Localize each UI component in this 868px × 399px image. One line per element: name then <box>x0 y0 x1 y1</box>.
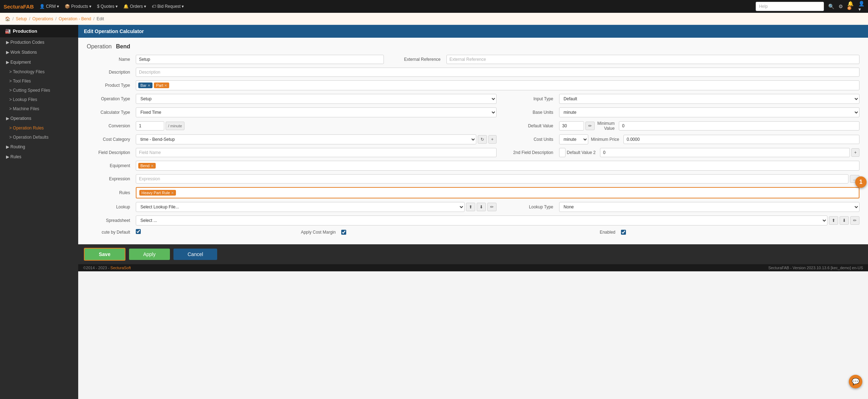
sidebar-item-operation-defaults[interactable]: > Operation Defaults <box>0 133 78 142</box>
brand-part1: Sectura <box>4 4 23 10</box>
nav-bid-request[interactable]: 🏷 Bid Request ▾ <box>152 4 184 9</box>
min-value-input[interactable] <box>619 121 859 131</box>
apply-cost-label: Apply Cost Margin <box>282 230 338 235</box>
op-type-select[interactable]: Setup <box>136 94 497 104</box>
conversion-input[interactable] <box>136 121 164 131</box>
spreadsheet-download-button[interactable]: ⬇ <box>840 216 849 225</box>
sidebar-item-production-codes[interactable]: ▶ Production Codes <box>0 37 78 47</box>
search-icon[interactable]: 🔍 <box>828 4 834 9</box>
rules-input[interactable]: Heavy Part Rule ✕ <box>136 187 859 198</box>
nav-orders[interactable]: 🔔 Orders ▾ <box>123 4 146 9</box>
default-value-input[interactable] <box>559 121 584 131</box>
spreadsheet-upload-button[interactable]: ⬆ <box>829 216 838 225</box>
lookup-upload-button[interactable]: ⬆ <box>466 203 475 211</box>
lookup-label: Lookup <box>87 204 133 209</box>
rules-label: Rules <box>87 190 133 195</box>
calc-type-row: Calculator Type Fixed Time Base Units mi… <box>87 107 859 117</box>
input-type-label: Input Type <box>499 96 556 101</box>
product-type-input[interactable]: Bar ✕ Part ✕ <box>136 80 859 90</box>
cancel-button[interactable]: Cancel <box>173 249 218 260</box>
base-units-select[interactable]: minute <box>559 107 859 117</box>
sidebar-item-rules[interactable]: ▶ Rules <box>0 152 78 162</box>
calc-type-select[interactable]: Fixed Time <box>136 107 497 117</box>
desc-input[interactable] <box>136 68 859 77</box>
version-info: SecturaFAB - Version 2023.10.13.6 [kec_d… <box>768 266 863 270</box>
enabled-label: Enabled <box>583 230 618 235</box>
sidebar-header: 🏭 Production <box>0 25 78 37</box>
cost-cat-select[interactable]: time - Bend-Setup <box>136 134 476 144</box>
breadcrumb-home[interactable]: 🏠 <box>5 16 10 21</box>
min-value-label: MinimumValue <box>598 121 618 131</box>
add-cost-cat-button[interactable]: + <box>488 135 497 144</box>
field-desc2-input[interactable] <box>559 148 566 157</box>
equipment-row: Equipment Bend ✕ <box>87 161 859 171</box>
default-value2-input[interactable] <box>600 148 850 157</box>
nav-quotes[interactable]: $ Quotes ▾ <box>97 4 118 9</box>
sidebar-item-machine-files[interactable]: > Machine Files <box>0 104 78 113</box>
spreadsheet-select[interactable]: Select ... <box>136 216 827 225</box>
min-price-label: Minimum Price <box>591 137 622 142</box>
sidebar-item-equipment[interactable]: ▶ Equipment <box>0 57 78 67</box>
edit-default-value-button[interactable]: ✏ <box>585 122 595 130</box>
form-title-row: Operation Bend <box>87 43 859 50</box>
sidebar-item-operation-rules[interactable]: > Operation Rules <box>0 123 78 133</box>
footer-bar: Save Apply Cancel <box>78 244 868 264</box>
breadcrumb-operation-bend[interactable]: Operation - Bend <box>59 16 91 21</box>
lookup-download-button[interactable]: ⬇ <box>477 203 486 211</box>
expression-input[interactable] <box>136 174 848 183</box>
min-price-input[interactable] <box>623 135 859 144</box>
tag-part-remove[interactable]: ✕ <box>164 84 167 87</box>
apply-button[interactable]: Apply <box>129 249 170 260</box>
product-type-label: Product Type <box>87 83 133 88</box>
user-icon[interactable]: 👤 ▾ <box>858 1 864 12</box>
tag-heavy-part-rule[interactable]: Heavy Part Rule ✕ <box>139 190 176 196</box>
conversion-row: Conversion / minute Default Value ✏ Mini… <box>87 121 859 131</box>
spreadsheet-edit-button[interactable]: ✏ <box>850 216 859 225</box>
input-type-select[interactable]: Default <box>559 94 859 104</box>
tag-bend-remove[interactable]: ✕ <box>151 164 154 168</box>
notifications-icon[interactable]: 🔔 0 <box>847 1 854 12</box>
tag-bar[interactable]: Bar ✕ <box>138 83 152 88</box>
sidebar-item-technology-files[interactable]: > Technology Files <box>0 67 78 76</box>
lookup-edit-button[interactable]: ✏ <box>487 203 497 211</box>
nav-products[interactable]: 📦 Products ▾ <box>65 4 91 9</box>
content-area: Edit Operation Calculator Operation Bend… <box>78 25 868 399</box>
lookup-select[interactable]: Select Lookup File... <box>136 202 465 212</box>
breadcrumb-setup[interactable]: Setup <box>16 16 27 21</box>
sidebar-item-lookup-files[interactable]: > Lookup Files <box>0 95 78 104</box>
sidebar-item-cutting-speed-files[interactable]: > Cutting Speed Files <box>0 86 78 95</box>
sidebar-item-operations[interactable]: ▶ Operations <box>0 113 78 123</box>
save-button[interactable]: Save <box>84 248 125 261</box>
refresh-cost-cat-button[interactable]: ↻ <box>478 135 487 144</box>
tag-bend-equipment[interactable]: Bend ✕ <box>138 163 156 169</box>
help-search[interactable] <box>756 2 824 11</box>
form-area: Operation Bend Name External Reference D… <box>78 38 868 244</box>
field-desc-input[interactable] <box>136 148 497 157</box>
lookup-type-label: Lookup Type <box>499 204 556 209</box>
equipment-input[interactable]: Bend ✕ <box>136 161 859 171</box>
ext-ref-input[interactable] <box>446 55 860 64</box>
callout-1: 1 <box>855 176 867 188</box>
ext-ref-label: External Reference <box>387 57 444 62</box>
sidebar-item-tool-files[interactable]: > Tool Files <box>0 76 78 86</box>
name-input[interactable] <box>136 55 384 64</box>
add-default-value2-button[interactable]: + <box>851 148 859 157</box>
tag-bar-remove[interactable]: ✕ <box>148 84 150 87</box>
execute-checkbox[interactable] <box>136 229 141 234</box>
tag-heavy-part-rule-remove[interactable]: ✕ <box>171 191 174 195</box>
sidebar-item-routing[interactable]: ▶ Routing <box>0 142 78 152</box>
sidebar-item-work-stations[interactable]: ▶ Work Stations <box>0 47 78 57</box>
chat-button[interactable]: 💬 <box>849 375 862 388</box>
apply-cost-checkbox[interactable] <box>341 230 346 235</box>
panel-header: Edit Operation Calculator <box>78 25 868 38</box>
nav-crm[interactable]: 👤 CRM ▾ <box>39 4 59 9</box>
tag-part[interactable]: Part ✕ <box>154 83 169 88</box>
breadcrumb-operations[interactable]: Operations <box>32 16 53 21</box>
cost-units-select[interactable]: minute <box>559 134 588 144</box>
sidebar: 🏭 Production ▶ Production Codes ▶ Work S… <box>0 25 78 399</box>
spreadsheet-label: Spreadsheet <box>87 218 133 223</box>
settings-icon[interactable]: ⚙ <box>838 4 843 9</box>
expression-label: Expression <box>87 176 133 181</box>
enabled-checkbox[interactable] <box>621 230 626 235</box>
lookup-type-select[interactable]: None <box>559 202 859 212</box>
